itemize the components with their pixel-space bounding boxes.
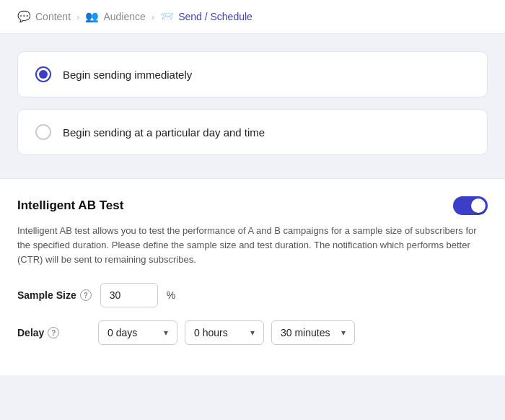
radio-scheduled-label: Begin sending at a particular day and ti… [63,126,265,139]
ab-test-section: Intelligent AB Test Intelligent AB test … [0,178,505,375]
sample-size-label: Sample Size ? [17,289,92,301]
radio-scheduled[interactable] [35,124,51,140]
radio-immediately-label: Begin sending immediately [63,69,192,81]
stepper: 💬 Content › 👥 Audience › 📨 Send / Schedu… [0,0,505,34]
delay-dropdowns: 0 days ▾ 0 hours ▾ 30 minutes ▾ [98,320,355,345]
radio-immediately[interactable] [35,66,51,82]
ab-test-toggle[interactable] [453,196,488,215]
minutes-chevron-icon: ▾ [341,328,346,338]
days-dropdown[interactable]: 0 days ▾ [98,320,177,345]
stepper-label-content: Content [35,11,71,22]
radio-card-immediately[interactable]: Begin sending immediately [17,51,488,97]
audience-icon: 👥 [85,10,99,23]
sample-size-row: Sample Size ? % [17,283,488,307]
toggle-thumb [471,198,486,213]
delay-row: Delay ? 0 days ▾ 0 hours ▾ 30 minutes ▾ [17,320,488,345]
stepper-item-content[interactable]: 💬 Content [17,10,71,23]
days-value: 0 days [107,327,137,338]
stepper-label-audience: Audience [103,11,145,22]
stepper-label-send: Send / Schedule [178,11,252,22]
delay-help-icon[interactable]: ? [48,327,59,338]
ab-test-header: Intelligent AB Test [17,196,488,215]
stepper-item-audience[interactable]: 👥 Audience [85,10,145,23]
delay-label: Delay ? [17,327,89,338]
days-chevron-icon: ▾ [164,328,168,338]
main-content: Begin sending immediately Begin sending … [0,34,505,172]
stepper-item-send-schedule[interactable]: 📨 Send / Schedule [160,10,252,23]
percent-unit: % [167,289,175,301]
content-icon: 💬 [17,10,31,23]
sample-size-input[interactable] [100,283,158,307]
chevron-icon-2: › [152,12,154,22]
hours-chevron-icon: ▾ [250,328,255,338]
radio-immediately-dot [39,70,48,79]
sample-size-help-icon[interactable]: ? [80,289,92,301]
radio-card-scheduled[interactable]: Begin sending at a particular day and ti… [17,109,488,155]
ab-test-title: Intelligent AB Test [17,198,123,213]
minutes-dropdown[interactable]: 30 minutes ▾ [271,320,355,345]
send-icon: 📨 [160,10,174,23]
hours-value: 0 hours [194,327,228,338]
ab-test-description: Intelligent AB test allows you to test t… [17,224,488,267]
chevron-icon-1: › [76,12,79,22]
minutes-value: 30 minutes [281,327,330,338]
hours-dropdown[interactable]: 0 hours ▾ [185,320,264,345]
